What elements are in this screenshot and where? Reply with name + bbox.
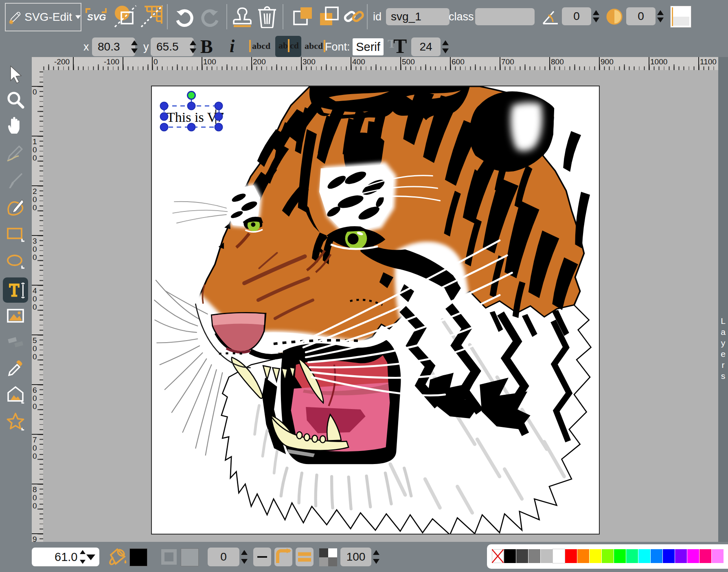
svg-text:SVG: SVG — [87, 12, 106, 22]
